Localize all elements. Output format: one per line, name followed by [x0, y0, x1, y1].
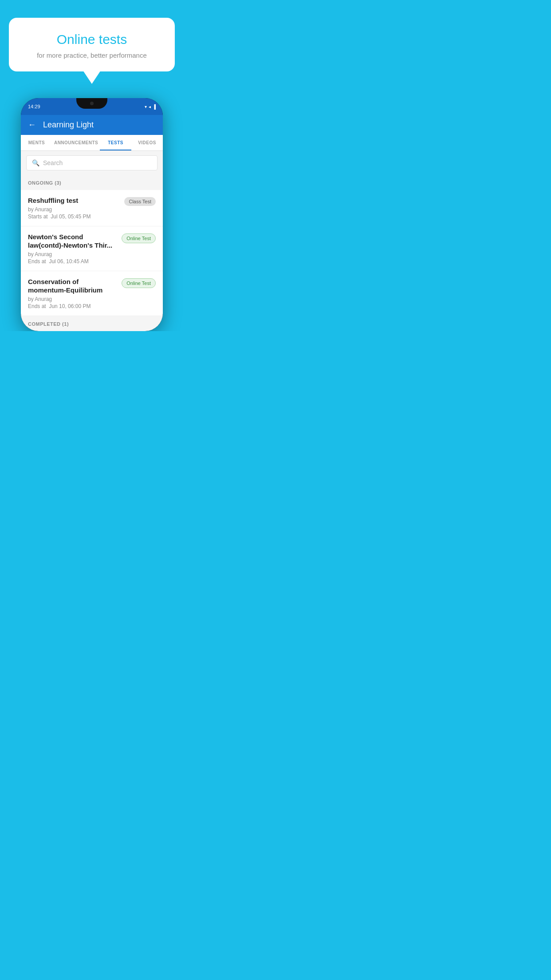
test-time-2: Ends at Jul 06, 10:45 AM: [28, 258, 117, 265]
search-icon: 🔍: [32, 159, 39, 166]
test-badge-2: Online Test: [122, 233, 156, 243]
test-info-3: Conservation of momentum-Equilibrium by …: [28, 277, 117, 309]
search-bar-container: 🔍 Search: [21, 151, 163, 175]
ongoing-section-label: ONGOING (3): [28, 180, 61, 186]
bubble-subtitle: for more practice, better performance: [21, 51, 162, 59]
camera-dot: [90, 102, 94, 105]
phone-notch: [76, 98, 107, 109]
test-time-1: Starts at Jul 05, 05:45 PM: [28, 213, 120, 220]
test-author-2: by Anurag: [28, 251, 117, 257]
test-name-3: Conservation of momentum-Equilibrium: [28, 277, 117, 295]
tab-videos[interactable]: VIDEOS: [131, 135, 163, 150]
completed-section-label: COMPLETED (1): [28, 321, 69, 327]
ongoing-section-header: ONGOING (3): [21, 175, 163, 190]
signal-icon: ◂: [149, 104, 151, 109]
test-name-1: Reshuffling test: [28, 196, 120, 205]
test-name-2: Newton's Second law(contd)-Newton's Thir…: [28, 233, 117, 250]
test-item-1[interactable]: Reshuffling test by Anurag Starts at Jul…: [21, 190, 163, 226]
speech-bubble: Online tests for more practice, better p…: [9, 18, 175, 71]
test-badge-3: Online Test: [122, 278, 156, 288]
test-item-3[interactable]: Conservation of momentum-Equilibrium by …: [21, 271, 163, 316]
test-author-3: by Anurag: [28, 296, 117, 302]
back-button[interactable]: ←: [28, 120, 36, 130]
search-input-wrapper[interactable]: 🔍 Search: [26, 155, 157, 170]
status-time: 14:29: [28, 104, 40, 109]
bubble-title: Online tests: [21, 32, 162, 47]
test-badge-1: Class Test: [124, 197, 156, 206]
tab-ments[interactable]: MENTS: [21, 135, 52, 150]
test-time-3: Ends at Jun 10, 06:00 PM: [28, 303, 117, 309]
phone-mockup: 14:29 ▾ ◂ ▐ ← Learning Light MENTS ANNOU…: [21, 98, 163, 331]
phone-frame: 14:29 ▾ ◂ ▐ ← Learning Light MENTS ANNOU…: [21, 98, 163, 331]
app-title: Learning Light: [43, 120, 94, 130]
tab-tests[interactable]: TESTS: [100, 135, 131, 150]
status-icons: ▾ ◂ ▐: [145, 104, 156, 109]
status-bar: 14:29 ▾ ◂ ▐: [21, 98, 163, 115]
test-author-1: by Anurag: [28, 206, 120, 213]
test-list: Reshuffling test by Anurag Starts at Jul…: [21, 190, 163, 316]
wifi-icon: ▾: [145, 104, 147, 109]
test-info-1: Reshuffling test by Anurag Starts at Jul…: [28, 196, 120, 220]
test-info-2: Newton's Second law(contd)-Newton's Thir…: [28, 233, 117, 265]
battery-icon: ▐: [153, 104, 156, 109]
tabs-bar: MENTS ANNOUNCEMENTS TESTS VIDEOS: [21, 135, 163, 151]
completed-section-header: COMPLETED (1): [21, 316, 163, 331]
tab-announcements[interactable]: ANNOUNCEMENTS: [52, 135, 100, 150]
search-placeholder: Search: [43, 159, 63, 166]
test-item-2[interactable]: Newton's Second law(contd)-Newton's Thir…: [21, 226, 163, 271]
app-header: ← Learning Light: [21, 115, 163, 135]
